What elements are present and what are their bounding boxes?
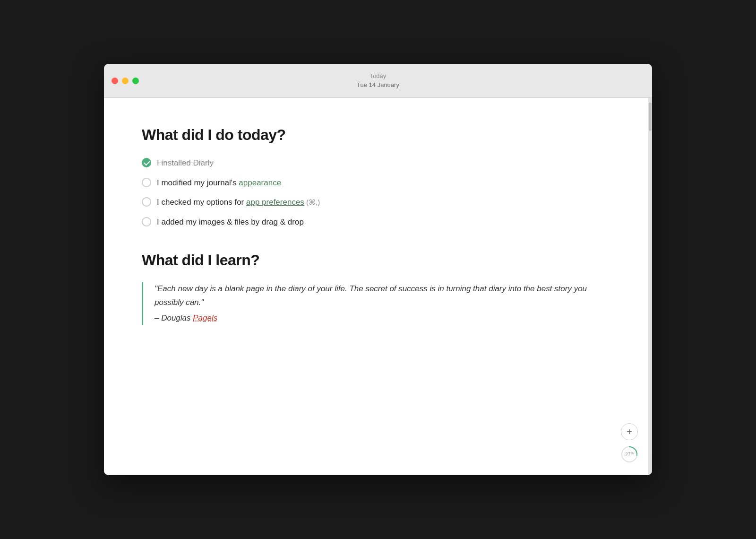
list-item[interactable]: I installed Diarly — [142, 157, 610, 169]
progress-label: 27% — [625, 452, 633, 457]
blockquote: "Each new day is a blank page in the dia… — [142, 282, 610, 325]
list-item[interactable]: I checked my options for app preferences… — [142, 196, 610, 209]
scrollbar-thumb[interactable] — [649, 103, 652, 131]
plus-icon: + — [627, 427, 632, 436]
keyboard-shortcut: (⌘,) — [304, 198, 320, 206]
traffic-lights — [112, 78, 139, 84]
item-text: I added my images & files by drag & drop — [157, 216, 304, 228]
check-empty-icon[interactable] — [142, 197, 151, 207]
checklist: I installed Diarly I modified my journal… — [142, 157, 610, 228]
scrollbar[interactable] — [648, 98, 652, 475]
check-empty-icon[interactable] — [142, 178, 151, 187]
close-button[interactable] — [112, 78, 118, 84]
maximize-button[interactable] — [132, 78, 139, 84]
item-text-before: I modified my journal's — [157, 178, 239, 187]
minimize-button[interactable] — [122, 78, 129, 84]
list-item[interactable]: I added my images & files by drag & drop — [142, 216, 610, 228]
app-window: Today Tue 14 January What did I do today… — [104, 64, 652, 475]
title-today-label: Today — [370, 72, 387, 80]
section1-heading: What did I do today? — [142, 126, 610, 144]
appearance-link[interactable]: appearance — [239, 178, 281, 187]
list-item[interactable]: I modified my journal's appearance — [142, 177, 610, 189]
titlebar: Today Tue 14 January — [104, 64, 652, 98]
item-text-before: I checked my options for — [157, 198, 246, 207]
content-area: What did I do today? I installed Diarly … — [104, 98, 648, 475]
window-body: What did I do today? I installed Diarly … — [104, 98, 652, 475]
app-preferences-link[interactable]: app preferences — [246, 198, 304, 207]
add-entry-button[interactable]: + — [621, 423, 638, 440]
check-completed-icon[interactable] — [142, 158, 151, 167]
bottom-right-controls: + 27% — [620, 423, 639, 464]
section2-heading: What did I learn? — [142, 252, 610, 269]
blockquote-attribution: – Douglas Pagels — [155, 312, 610, 325]
progress-ring: 27% — [620, 445, 639, 464]
item-text: I checked my options for app preferences… — [157, 196, 320, 209]
item-text: I modified my journal's appearance — [157, 177, 281, 189]
title-date-label: Tue 14 January — [357, 81, 399, 89]
attribution-prefix: – Douglas — [155, 313, 193, 322]
item-text: I installed Diarly — [157, 157, 214, 169]
check-empty-icon[interactable] — [142, 217, 151, 226]
author-link[interactable]: Pagels — [193, 313, 217, 322]
blockquote-text: "Each new day is a blank page in the dia… — [155, 282, 610, 310]
